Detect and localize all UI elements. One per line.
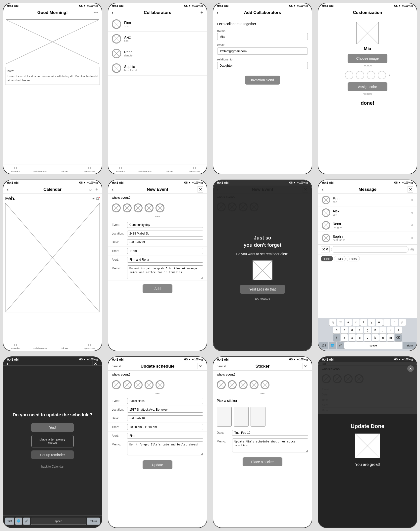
tab-collabo-home[interactable]: □ collabo rators <box>28 164 52 174</box>
no-thanks-link[interactable]: no, thanks <box>255 297 270 301</box>
st-input-memo[interactable]: Update Mia's schedule about her soccer p… <box>232 438 308 452</box>
key-u[interactable]: u <box>376 319 383 326</box>
close-icon-newevent[interactable]: ✕ <box>198 186 203 193</box>
tab-cal-cal[interactable]: □calendar <box>3 341 28 351</box>
key-globe[interactable]: 🌐 <box>329 342 336 349</box>
tab-calendar-home[interactable]: □ calendar <box>3 164 28 174</box>
key-delete[interactable]: ⌫ <box>395 334 402 341</box>
key-space-upd[interactable]: space <box>31 518 86 525</box>
update-submit-button[interactable]: Update <box>143 460 172 469</box>
key-q[interactable]: q <box>329 319 336 326</box>
input-event[interactable] <box>127 222 203 228</box>
us-input-event[interactable] <box>127 398 203 404</box>
us-input-memo[interactable]: Don't forget Elle's tutu and ballet shoe… <box>127 441 203 455</box>
key-x[interactable]: x <box>349 334 356 341</box>
key-mic[interactable]: 🎤 <box>337 342 344 349</box>
tab-acc-cal[interactable]: □my account <box>77 341 102 351</box>
us-input-alert[interactable] <box>127 433 203 439</box>
tab-folders-home[interactable]: □ folders <box>52 164 77 174</box>
tab-acc-collab[interactable]: □my account <box>182 164 207 174</box>
tab-coll-collab[interactable]: □collabo rators <box>133 164 158 174</box>
invitation-send-button[interactable]: Invitation Send <box>245 76 280 85</box>
us-av1[interactable] <box>112 380 121 389</box>
color-circle-3[interactable] <box>367 71 375 79</box>
back-button-cal[interactable]: ‹ <box>7 186 8 193</box>
us-input-date[interactable] <box>127 415 203 421</box>
quick-reply-2[interactable]: Hello <box>334 256 346 261</box>
input-email[interactable] <box>217 48 308 55</box>
key-w[interactable]: w <box>337 319 344 326</box>
key-v[interactable]: v <box>364 334 371 341</box>
event-av5[interactable] <box>156 203 164 212</box>
key-l[interactable]: l <box>395 327 402 334</box>
key-shift[interactable]: ⇧ <box>333 334 340 341</box>
color-arrow[interactable]: › <box>389 72 390 78</box>
key-h[interactable]: h <box>372 327 379 334</box>
msg-sophie[interactable]: Sophiebest friend <box>318 232 417 244</box>
back-button-msg[interactable]: ‹ <box>322 186 323 193</box>
msg-text-input[interactable] <box>331 246 409 253</box>
collab-rena[interactable]: Rena daugter <box>108 46 207 61</box>
key-o[interactable]: o <box>391 319 398 326</box>
key-e[interactable]: e <box>345 319 352 326</box>
input-name[interactable] <box>217 33 308 40</box>
msg-rena[interactable]: Renadaugter <box>318 219 417 232</box>
key-y[interactable]: y <box>368 319 375 326</box>
calendar-view-icon[interactable]: □● <box>97 196 100 200</box>
tab-fold-cal[interactable]: □folders <box>52 341 77 351</box>
more-icon-home[interactable]: ••• <box>94 10 98 15</box>
sticker-3[interactable] <box>251 407 265 427</box>
us-av5[interactable] <box>156 380 164 389</box>
event-av1[interactable] <box>112 203 121 212</box>
key-i[interactable]: i <box>383 319 390 326</box>
sticker-button[interactable]: place a temporary sticker <box>31 435 74 447</box>
search-icon-cal[interactable]: ⌕ <box>89 187 92 192</box>
key-z[interactable]: z <box>341 334 348 341</box>
color-circle-1[interactable] <box>345 71 353 79</box>
sticker-1[interactable] <box>217 407 232 427</box>
add-event-submit-button[interactable]: Add <box>143 284 172 293</box>
key-m[interactable]: m <box>387 334 394 341</box>
back-to-calendar-link[interactable]: back to Calendar <box>41 465 64 468</box>
key-s[interactable]: s <box>341 327 348 334</box>
dismiss-done-button[interactable]: ✕ <box>407 365 414 372</box>
close-icon-updsched[interactable]: ✕ <box>198 363 203 369</box>
key-123[interactable]: 123 <box>319 342 328 349</box>
key-k[interactable]: k <box>387 327 394 334</box>
key-a[interactable]: a <box>333 327 340 334</box>
key-p[interactable]: p <box>399 319 406 326</box>
us-input-time[interactable] <box>127 424 203 430</box>
tab-account-home[interactable]: □ my account <box>77 164 102 174</box>
cancel-updsched[interactable]: cancel <box>112 364 121 368</box>
msg-finn[interactable]: Finnson <box>318 194 417 206</box>
key-d[interactable]: d <box>349 327 356 334</box>
us-av2[interactable] <box>123 380 132 389</box>
st-av3[interactable] <box>239 380 248 389</box>
event-av4[interactable] <box>145 203 154 212</box>
key-n[interactable]: n <box>379 334 386 341</box>
st-av1[interactable] <box>217 380 226 389</box>
quick-reply-1[interactable]: "Helli" <box>321 256 333 261</box>
input-location[interactable] <box>127 231 203 237</box>
tab-fold-collab[interactable]: □folders <box>158 164 182 174</box>
yes-update-button[interactable]: Yes! <box>31 423 74 432</box>
key-r[interactable]: r <box>353 319 360 326</box>
add-collab-button[interactable]: + <box>200 10 203 15</box>
key-f[interactable]: f <box>356 327 363 334</box>
input-alert[interactable] <box>127 257 203 263</box>
add-event-button[interactable]: + <box>95 187 98 192</box>
input-date[interactable] <box>127 239 203 245</box>
sticker-2[interactable] <box>234 407 249 427</box>
color-circle-4[interactable] <box>378 71 386 79</box>
st-input-date[interactable] <box>232 430 308 436</box>
emoji-icon-msg[interactable]: ✕✕ <box>321 246 330 252</box>
key-mic-upd[interactable]: 🎤 <box>23 518 30 525</box>
back-button-newevent[interactable]: ‹ <box>112 186 113 193</box>
close-icon-msg[interactable]: ✕ <box>408 186 413 193</box>
collab-sophie[interactable]: Sophie best friend <box>108 61 207 76</box>
back-button-collab[interactable]: ‹ <box>112 9 113 16</box>
quick-reply-3[interactable]: Helloe <box>347 256 360 261</box>
key-return-upd[interactable]: return <box>87 518 100 525</box>
event-av3[interactable] <box>134 203 143 212</box>
event-av2[interactable] <box>123 203 132 212</box>
